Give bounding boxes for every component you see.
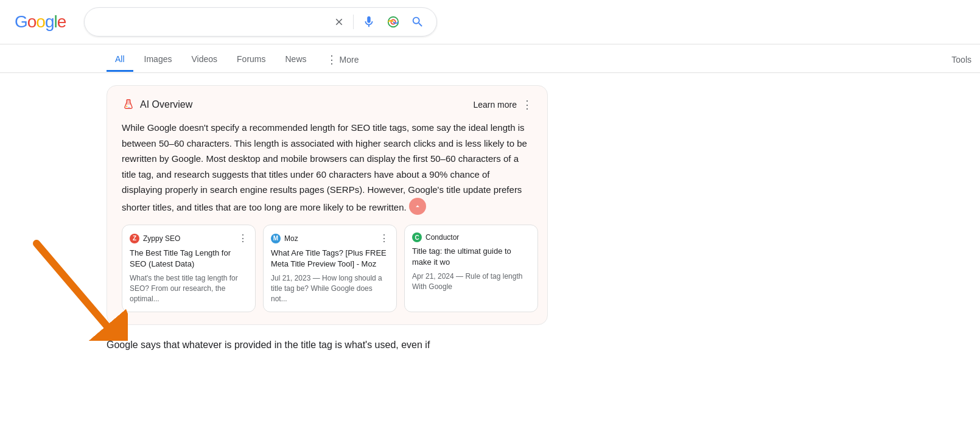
source-card-conductor[interactable]: C Conductor Title tag: the ultimat guide… (404, 225, 538, 312)
logo-e: e (57, 12, 66, 31)
source-card-moz[interactable]: M Moz ⋮ What Are Title Tags? [Plus FREE … (263, 225, 397, 312)
source-name-zyppy: Z Zyppy SEO (130, 234, 180, 243)
ai-overview-title: AI Overview (122, 98, 192, 111)
source-name-moz: M Moz (271, 234, 298, 243)
more-button[interactable]: ⋮ More (318, 47, 368, 72)
logo-o2: o (36, 12, 45, 31)
svg-point-6 (128, 107, 129, 108)
source-moz-title: What Are Title Tags? [Plus FREE Meta Tit… (271, 248, 389, 270)
ai-overview-actions: Learn more ⋮ (473, 98, 533, 111)
source-card-conductor-header: C Conductor (412, 232, 530, 242)
dots-icon: ⋮ (326, 53, 337, 66)
search-divider (353, 15, 354, 29)
tab-news[interactable]: News (277, 48, 315, 72)
search-input[interactable]: seo title character limit (94, 16, 325, 27)
source-card-zyppy[interactable]: Z Zyppy SEO ⋮ The Best Title Tag Length … (122, 225, 256, 312)
header: Google seo title character limit (0, 0, 980, 44)
clear-button[interactable] (331, 14, 347, 30)
microphone-button[interactable] (360, 13, 378, 31)
source-card-zyppy-header: Z Zyppy SEO ⋮ (130, 232, 248, 244)
ai-overview-label: AI Overview (140, 99, 192, 110)
source-zyppy-title: The Best Title Tag Length for SEO (Lates… (130, 248, 248, 270)
tab-videos[interactable]: Videos (183, 48, 226, 72)
favicon-moz: M (271, 234, 281, 243)
source-card-moz-header: M Moz ⋮ (271, 232, 389, 244)
main-content: AI Overview Learn more ⋮ While Google do… (0, 73, 548, 363)
learn-more-button[interactable]: Learn more (473, 100, 517, 110)
logo-o1: o (27, 12, 37, 31)
tools-button[interactable]: Tools (943, 49, 980, 71)
nav-tabs: All Images Videos Forums News ⋮ More Too… (0, 44, 980, 73)
ai-overview-body: While Google doesn't specify a recommend… (122, 120, 533, 215)
google-logo[interactable]: Google (15, 12, 66, 32)
favicon-conductor: C (412, 232, 422, 242)
tab-forums[interactable]: Forums (228, 48, 274, 72)
search-bar: seo title character limit (84, 7, 437, 37)
favicon-zyppy: Z (130, 234, 139, 243)
ai-overview-menu-button[interactable]: ⋮ (522, 98, 533, 111)
source-cards: Z Zyppy SEO ⋮ The Best Title Tag Length … (122, 225, 533, 312)
logo-g2: g (45, 12, 54, 31)
tab-images[interactable]: Images (136, 48, 181, 72)
tab-all[interactable]: All (107, 48, 133, 72)
ai-overview-header: AI Overview Learn more ⋮ (122, 98, 533, 111)
svg-point-5 (126, 106, 127, 107)
source-moz-snippet: Jul 21, 2023 — How long should a title t… (271, 273, 389, 304)
ai-overview-card: AI Overview Learn more ⋮ While Google do… (107, 85, 548, 325)
bottom-text: Google says that whatever is provided in… (107, 340, 548, 351)
source-zyppy-snippet: What's the best title tag length for SEO… (130, 273, 248, 304)
source-name-conductor: C Conductor (412, 232, 459, 242)
lens-button[interactable] (384, 13, 402, 31)
source-moz-menu[interactable]: ⋮ (379, 232, 389, 244)
source-conductor-title: Title tag: the ultimat guide to make it … (412, 246, 530, 268)
flask-icon (122, 98, 135, 111)
source-conductor-snippet: Apr 21, 2024 — Rule of tag length With G… (412, 271, 530, 292)
search-button[interactable] (408, 13, 427, 31)
source-zyppy-menu[interactable]: ⋮ (238, 232, 248, 244)
collapse-button[interactable] (409, 198, 426, 215)
logo-g: G (15, 12, 27, 31)
